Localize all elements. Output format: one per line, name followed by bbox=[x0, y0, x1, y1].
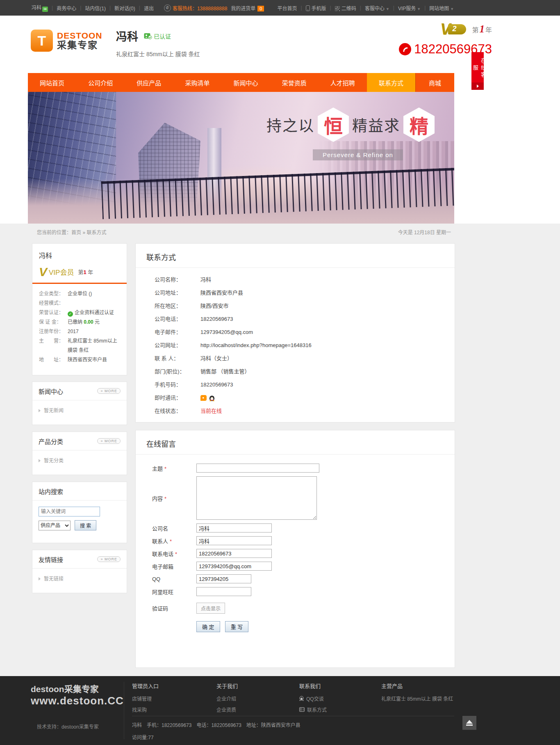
banner-slogan: 持之以 恒 精益求 精 bbox=[266, 107, 438, 142]
links-empty-text: 暂无链接 bbox=[44, 576, 64, 582]
topbar-link-mobile[interactable]: 手机版 bbox=[302, 5, 330, 11]
contact-input[interactable] bbox=[196, 536, 272, 545]
triangle-icon bbox=[39, 577, 41, 580]
subject-input[interactable] bbox=[196, 464, 319, 473]
submit-button[interactable]: 确 定 bbox=[196, 621, 220, 632]
sidebar-links-card: 友情链接» MORE 暂无链接 bbox=[32, 550, 127, 593]
footer-link-shop-manage[interactable]: 店铺管理 bbox=[132, 695, 159, 702]
verified-icon bbox=[144, 33, 152, 39]
search-category-select[interactable]: 供应产品 bbox=[39, 521, 71, 530]
verified-badge: 已认证 bbox=[144, 32, 171, 40]
contact-row: 公司名称：冯科 bbox=[155, 273, 444, 286]
qq-penguin-icon[interactable] bbox=[209, 395, 215, 401]
categories-more-button[interactable]: » MORE bbox=[97, 438, 121, 444]
brand-subtitle: 采集专家 bbox=[57, 40, 102, 50]
footer-brand: destoon采集专家 www.destoon.CC bbox=[31, 684, 124, 707]
form-row-subject: 主题* bbox=[152, 464, 455, 473]
captcha-show-button[interactable]: 点击显示 bbox=[196, 603, 225, 614]
contact-row: 部门(职位)：销售部 （销售主管） bbox=[155, 365, 444, 378]
cart-link[interactable]: 我的进货单0 bbox=[227, 5, 268, 11]
form-row-ww: 阿里旺旺 bbox=[152, 587, 455, 596]
phone-icon bbox=[399, 43, 411, 55]
nav-item-news[interactable]: 新闻中心 bbox=[222, 73, 270, 92]
topbar-link-business-center[interactable]: 商务中心 bbox=[53, 5, 80, 11]
nav-item-products[interactable]: 供应产品 bbox=[125, 73, 173, 92]
sidebar-news-card: 新闻中心» MORE 暂无新闻 bbox=[32, 382, 127, 425]
search-title: 站内搜索 bbox=[39, 487, 63, 496]
topbar-link-messages[interactable]: 站内信(1) bbox=[81, 5, 109, 11]
form-row-buttons: 确 定 重 写 bbox=[152, 621, 455, 632]
chevron-down-icon: ▼ bbox=[450, 7, 454, 11]
nav-item-mall[interactable]: 商城 bbox=[415, 73, 454, 92]
footer-link-company-cert[interactable]: 企业资质 bbox=[216, 706, 238, 713]
nav-item-purchase[interactable]: 采购清单 bbox=[173, 73, 221, 92]
brand-logo[interactable]: T DESTOON 采集专家 bbox=[31, 30, 102, 52]
qq-input[interactable] bbox=[196, 574, 251, 583]
vip-member-row: V VIP会员 第1 年 bbox=[39, 267, 120, 277]
topbar-link-qrcode[interactable]: 二维码 bbox=[331, 5, 360, 11]
nav-item-contact[interactable]: 联系方式 bbox=[367, 73, 415, 92]
footer-col-admin: 管理员入口 店铺管理 找采购 bbox=[132, 682, 159, 717]
topbar-link-sitemap[interactable]: 网站地图▼ bbox=[426, 5, 458, 11]
topbar-link-chats[interactable]: 新对话(0) bbox=[111, 5, 139, 11]
topbar-link-platform-home[interactable]: 平台首页 bbox=[273, 5, 300, 11]
back-to-top-button[interactable] bbox=[462, 716, 476, 730]
search-input[interactable] bbox=[39, 507, 100, 516]
form-panel-title: 在线留言 bbox=[136, 430, 455, 455]
news-more-button[interactable]: » MORE bbox=[97, 388, 121, 394]
content-textarea[interactable] bbox=[196, 476, 317, 520]
required-mark: * bbox=[175, 551, 177, 557]
nav-item-honor[interactable]: 荣誉资质 bbox=[270, 73, 319, 92]
nav-item-jobs[interactable]: 人才招聘 bbox=[319, 73, 367, 92]
nav-item-about[interactable]: 公司介绍 bbox=[76, 73, 125, 92]
topbar-username[interactable]: 冯科✉ bbox=[28, 4, 52, 12]
divider bbox=[32, 283, 127, 284]
topbar-link-logout[interactable]: 退出 bbox=[140, 5, 157, 11]
search-button[interactable]: 搜 索 bbox=[75, 520, 96, 530]
footer-link-contact[interactable]: 联系方式 bbox=[299, 706, 327, 713]
topbar-right: 我的进货单0 平台首页 | 手机版 | 二维码 | 客服中心▼ | VIP服务▼… bbox=[227, 5, 458, 11]
topbar-link-service-center[interactable]: 客服中心▼ bbox=[361, 5, 393, 11]
email-input[interactable] bbox=[196, 562, 272, 571]
contact-row: 公司电话：18220569673 bbox=[155, 313, 444, 326]
sidebar-company-card: 冯科 V VIP会员 第1 年 企业类型：企业单位 () 经营模式： 荣誉认证：… bbox=[32, 243, 127, 375]
company-field-bond: 保 证 金：已缴纳 0.00 元 bbox=[39, 318, 120, 327]
form-row-content: 内容* bbox=[152, 476, 455, 520]
main-nav: 网站首页 公司介绍 供应产品 采购清单 新闻中心 荣誉资质 人才招聘 联系方式 … bbox=[28, 73, 454, 92]
company-input[interactable] bbox=[196, 523, 272, 532]
footer-link-find-purchase[interactable]: 找采购 bbox=[132, 706, 159, 713]
sidebar-categories-card: 产品分类» MORE 暂无分类 bbox=[32, 432, 127, 475]
wangwang-input[interactable] bbox=[196, 587, 251, 596]
arrow-bar bbox=[466, 724, 473, 726]
topbar: 冯科✉ | 商务中心 | 站内信(1) | 新对话(0) | 退出 ✆客服热线：… bbox=[0, 0, 560, 16]
phone-hotline-icon: ✆ bbox=[164, 5, 171, 11]
breadcrumb: 您当前的位置：首页 » 联系方式 bbox=[37, 229, 106, 235]
company-field-type: 企业类型：企业单位 () bbox=[39, 289, 120, 299]
required-mark: * bbox=[164, 466, 166, 472]
reset-button[interactable]: 重 写 bbox=[225, 621, 249, 632]
footer-main-product: 礼泉红富士 85mm以上 膜袋 条红 bbox=[381, 695, 453, 702]
online-service-tab[interactable]: 在线客服 bbox=[471, 52, 484, 90]
topbar-link-vip-service[interactable]: VIP服务▼ bbox=[394, 5, 424, 11]
qq-bubble-icon[interactable]: ● bbox=[200, 395, 207, 401]
nav-item-home[interactable]: 网站首页 bbox=[28, 73, 76, 92]
company-website-link[interactable]: http://localhost/index.php?homepage=1648… bbox=[200, 339, 312, 352]
logo-t-icon: T bbox=[31, 30, 53, 52]
footer-link-company-intro[interactable]: 企业介绍 bbox=[216, 695, 238, 702]
links-title: 友情链接 bbox=[39, 555, 63, 564]
triangle-right-icon bbox=[477, 85, 479, 88]
cart-count-badge: 0 bbox=[257, 6, 264, 11]
footer-col-about: 关于我们 企业介绍 企业资质 bbox=[216, 682, 238, 717]
breadcrumb-home-link[interactable]: 首页 bbox=[71, 230, 81, 235]
brand-name: DESTOON bbox=[57, 31, 102, 40]
triangle-icon bbox=[39, 409, 41, 412]
banner: 持之以 恒 精益求 精 Persevere & Refine on bbox=[28, 92, 454, 224]
links-more-button[interactable]: » MORE bbox=[97, 556, 121, 562]
page-date: 今天是 12月18日 星期一 bbox=[381, 229, 451, 235]
divider bbox=[124, 682, 124, 739]
company-slogan: 礼泉红富士 85mm以上 膜袋 条红 bbox=[116, 50, 200, 58]
phone-input[interactable] bbox=[196, 549, 272, 558]
footer-link-qq-chat[interactable]: QQ交谈 bbox=[299, 695, 327, 702]
company-name: 冯科 bbox=[116, 28, 138, 44]
news-title: 新闻中心 bbox=[39, 387, 63, 395]
